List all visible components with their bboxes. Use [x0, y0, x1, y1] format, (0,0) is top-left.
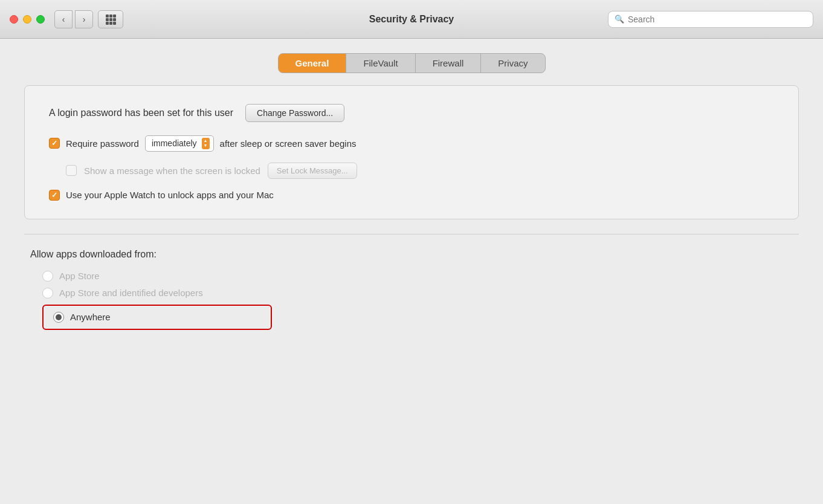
apple-watch-row: Use your Apple Watch to unlock apps and …: [49, 190, 774, 201]
select-arrows-icon: ▲ ▼: [202, 138, 210, 149]
show-message-checkbox[interactable]: [66, 165, 77, 176]
allow-apps-title: Allow apps downloaded from:: [30, 249, 793, 260]
tab-general[interactable]: General: [279, 54, 347, 73]
main-content: General FileVault Firewall Privacy A log…: [0, 39, 823, 504]
tabs-container: General FileVault Firewall Privacy: [24, 53, 799, 73]
allow-apps-section: Allow apps downloaded from: App Store Ap…: [24, 249, 799, 330]
radio-app-store-circle[interactable]: [42, 271, 53, 282]
svg-rect-3: [106, 18, 109, 21]
svg-rect-7: [109, 22, 112, 25]
svg-rect-0: [106, 15, 109, 18]
set-lock-message-button[interactable]: Set Lock Message...: [268, 163, 357, 179]
svg-rect-5: [113, 18, 116, 21]
tab-firewall[interactable]: Firewall: [416, 54, 482, 73]
search-input[interactable]: [628, 15, 807, 24]
show-message-label: Show a message when the screen is locked: [84, 166, 260, 176]
svg-rect-1: [109, 15, 112, 18]
require-password-label: Require password: [66, 138, 139, 149]
change-password-button[interactable]: Change Password...: [245, 104, 344, 122]
radio-app-store-identified[interactable]: App Store and identified developers: [42, 288, 793, 299]
search-bar[interactable]: 🔍: [608, 11, 813, 28]
tab-filevault[interactable]: FileVault: [346, 54, 415, 73]
immediately-value: immediately: [152, 138, 197, 148]
radio-group: App Store App Store and identified devel…: [30, 271, 793, 330]
radio-app-store-identified-label: App Store and identified developers: [59, 288, 203, 298]
radio-anywhere-wrapper[interactable]: Anywhere: [42, 305, 272, 330]
apple-watch-checkbox[interactable]: [49, 190, 60, 201]
svg-rect-8: [113, 22, 116, 25]
tab-privacy[interactable]: Privacy: [481, 54, 544, 73]
after-sleep-label: after sleep or screen saver begins: [220, 138, 357, 149]
maximize-button[interactable]: [36, 15, 45, 24]
section-divider: [24, 234, 799, 234]
radio-anywhere-circle[interactable]: [53, 312, 64, 323]
lock-message-row: Show a message when the screen is locked…: [49, 163, 774, 179]
svg-rect-2: [113, 15, 116, 18]
radio-app-store-label: App Store: [59, 271, 100, 281]
traffic-lights: [10, 15, 45, 24]
require-password-row: Require password immediately ▲ ▼ after s…: [49, 135, 774, 152]
close-button[interactable]: [10, 15, 18, 24]
titlebar: ‹ › Security & Privacy 🔍: [0, 0, 823, 39]
password-label: A login password has been set for this u…: [49, 108, 233, 118]
tab-group: General FileVault Firewall Privacy: [278, 53, 546, 73]
nav-buttons: ‹ ›: [54, 10, 93, 28]
password-row: A login password has been set for this u…: [49, 104, 774, 122]
password-timing-select[interactable]: immediately ▲ ▼: [145, 135, 214, 152]
svg-rect-4: [109, 18, 112, 21]
back-button[interactable]: ‹: [54, 10, 73, 28]
search-icon: 🔍: [615, 15, 624, 24]
grid-button[interactable]: [98, 10, 123, 28]
svg-rect-6: [106, 22, 109, 25]
settings-panel: A login password has been set for this u…: [24, 85, 799, 219]
minimize-button[interactable]: [23, 15, 31, 24]
radio-anywhere-label: Anywhere: [70, 312, 111, 322]
window-title: Security & Privacy: [369, 14, 454, 25]
forward-button[interactable]: ›: [75, 10, 93, 28]
radio-app-store[interactable]: App Store: [42, 271, 793, 282]
require-password-checkbox[interactable]: [49, 138, 60, 149]
apple-watch-label: Use your Apple Watch to unlock apps and …: [66, 190, 274, 200]
radio-app-store-identified-circle[interactable]: [42, 288, 53, 299]
